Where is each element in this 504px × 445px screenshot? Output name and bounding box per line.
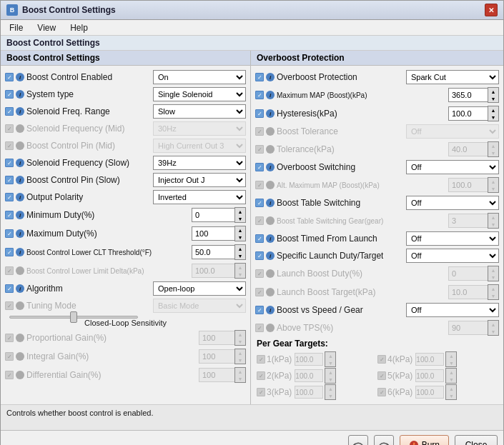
- spin-up-proportional-gain: ▲: [235, 331, 245, 338]
- spin-up-maximum-map[interactable]: ▲: [488, 88, 498, 95]
- check-system-type[interactable]: [5, 90, 14, 99]
- check-specific-launch-duty[interactable]: [255, 251, 264, 260]
- label-proportional-gain: Proportional Gain(%): [26, 333, 107, 343]
- check-boost-clt[interactable]: [5, 248, 14, 256]
- right-panel: Overboost Protection i Overboost Protect…: [251, 51, 503, 404]
- check-overboost-switching[interactable]: [255, 163, 264, 171]
- info-minimum-duty[interactable]: i: [16, 211, 24, 219]
- select-solenoid-freq-range[interactable]: SlowFast: [153, 104, 246, 119]
- info-overboost-protection[interactable]: i: [266, 73, 275, 81]
- info-solenoid-freq-range[interactable]: i: [16, 107, 24, 116]
- label-alt-max-map: Alt. Maximum MAP (Boost)(kPa): [277, 181, 380, 189]
- info-boost-table-switching[interactable]: i: [266, 199, 275, 207]
- close-button[interactable]: Close: [455, 435, 498, 445]
- select-boost-timed-from-launch[interactable]: OffOn: [406, 231, 499, 246]
- input-hysteresis[interactable]: [448, 106, 488, 121]
- select-boost-vs-speed[interactable]: OffOn: [406, 303, 499, 317]
- select-boost-control-enabled[interactable]: OnOff: [153, 70, 246, 84]
- check-solenoid-freq-range[interactable]: [5, 107, 14, 116]
- info-boost-timed-from-launch[interactable]: i: [266, 234, 275, 243]
- info-system-type[interactable]: i: [16, 90, 24, 99]
- label-boost-table-switching: Boost Table Switching: [277, 198, 360, 208]
- spin-up-minimum-duty[interactable]: ▲: [235, 208, 245, 215]
- title-bar: B Boost Control Settings ✕: [1, 1, 503, 20]
- check-boost-pin-slow[interactable]: [5, 176, 14, 184]
- select-solenoid-freq-slow[interactable]: 39Hz30Hz: [153, 156, 246, 170]
- info-hysteresis[interactable]: i: [266, 109, 275, 118]
- right-panel-header: Overboost Protection: [251, 51, 503, 66]
- select-algorithm[interactable]: Open-loopClosed-loop: [153, 281, 246, 296]
- menu-file[interactable]: File: [4, 21, 29, 34]
- check-solenoid-freq-slow[interactable]: [5, 159, 14, 167]
- check-boost-table-switching[interactable]: [255, 199, 264, 207]
- redo-button[interactable]: [374, 435, 394, 445]
- select-output-polarity[interactable]: InvertedNormal: [153, 190, 246, 204]
- check-output-polarity[interactable]: [5, 193, 14, 201]
- spin-up-boost-lower-limit: ▲: [235, 264, 245, 271]
- info-integral-gain: i: [16, 352, 24, 361]
- spin-down-minimum-duty[interactable]: ▼: [235, 215, 245, 222]
- check-boost-timed-from-launch[interactable]: [255, 234, 264, 243]
- spin-down-hysteresis[interactable]: ▼: [488, 114, 498, 121]
- check-maximum-map[interactable]: [255, 91, 264, 99]
- check-boost-lower-limit: [5, 266, 14, 275]
- info-maximum-map[interactable]: i: [266, 91, 275, 99]
- info-solenoid-freq-slow[interactable]: i: [16, 159, 24, 167]
- check-hysteresis[interactable]: [255, 109, 264, 118]
- select-overboost-switching[interactable]: OffOn: [406, 160, 499, 174]
- spin-maximum-duty: ▲ ▼: [192, 226, 246, 241]
- info-specific-launch-duty[interactable]: i: [266, 251, 275, 260]
- menu-view[interactable]: View: [31, 21, 61, 34]
- input-pg3: [295, 386, 323, 399]
- close-icon[interactable]: ✕: [485, 4, 498, 16]
- burn-label: Burn: [422, 440, 440, 445]
- info-overboost-switching[interactable]: i: [266, 163, 275, 171]
- info-boost-pin-slow[interactable]: i: [16, 176, 24, 184]
- spin-down-boost-clt[interactable]: ▼: [235, 252, 245, 259]
- check-pg5: [377, 371, 386, 380]
- row-boost-lower-limit: i Boost Control Lower Limit Delta(kPa) ▲…: [4, 261, 247, 280]
- spin-down-maximum-map[interactable]: ▼: [488, 95, 498, 102]
- spin-down-pg5: ▼: [446, 376, 456, 383]
- row-boost-table-switching: i Boost Table Switching OffOn: [254, 194, 500, 211]
- label-boost-pin-slow: Boost Control Pin (Slow): [26, 175, 120, 185]
- select-boost-pin-slow[interactable]: Injector Out J: [153, 173, 246, 187]
- input-launch-boost-target: [448, 285, 488, 299]
- spin-down-pg2: ▼: [325, 376, 335, 383]
- per-gear-item-1: 1(kPa) ▲ ▼: [257, 351, 377, 367]
- check-launch-boost-target: [255, 288, 264, 296]
- input-maximum-duty[interactable]: [192, 226, 234, 241]
- info-boost-clt[interactable]: i: [16, 248, 24, 256]
- spin-up-maximum-duty[interactable]: ▲: [235, 226, 245, 234]
- burn-button[interactable]: Burn: [400, 435, 449, 445]
- info-output-polarity[interactable]: i: [16, 193, 24, 201]
- spin-up-boost-clt[interactable]: ▲: [235, 245, 245, 252]
- label-maximum-duty: Maximum Duty(%): [26, 229, 97, 239]
- undo-button[interactable]: [348, 435, 368, 445]
- per-gear-grid: 1(kPa) ▲ ▼ 4(kPa) ▲ ▼: [254, 350, 500, 401]
- input-minimum-duty[interactable]: [192, 208, 234, 222]
- check-minimum-duty[interactable]: [5, 211, 14, 219]
- check-algorithm[interactable]: [5, 284, 14, 293]
- spin-minimum-duty: ▲ ▼: [192, 207, 246, 223]
- spin-down-tolerance-kpa: ▼: [488, 149, 498, 156]
- info-boost-vs-speed[interactable]: i: [266, 306, 275, 314]
- spin-down-pg6: ▼: [446, 392, 456, 399]
- input-boost-clt[interactable]: [192, 245, 234, 259]
- info-maximum-duty[interactable]: i: [16, 229, 24, 238]
- info-boost-control-enabled[interactable]: i: [16, 73, 24, 81]
- input-maximum-map[interactable]: [448, 88, 488, 102]
- check-overboost-protection[interactable]: [255, 73, 264, 81]
- select-boost-table-switching[interactable]: OffOn: [406, 196, 499, 210]
- select-overboost-protection[interactable]: Spark CutOffFuel Cut: [406, 70, 499, 84]
- info-algorithm[interactable]: i: [16, 284, 24, 293]
- check-maximum-duty[interactable]: [5, 229, 14, 238]
- spin-up-hysteresis[interactable]: ▲: [488, 106, 498, 114]
- select-system-type[interactable]: Single SolenoidDual Solenoid: [153, 87, 246, 101]
- select-specific-launch-duty[interactable]: OffOn: [406, 249, 499, 263]
- check-boost-vs-speed[interactable]: [255, 306, 264, 314]
- spin-down-maximum-duty[interactable]: ▼: [235, 234, 245, 241]
- check-boost-control-enabled[interactable]: [5, 73, 14, 81]
- input-differential-gain: [199, 368, 234, 382]
- menu-help[interactable]: Help: [64, 21, 94, 34]
